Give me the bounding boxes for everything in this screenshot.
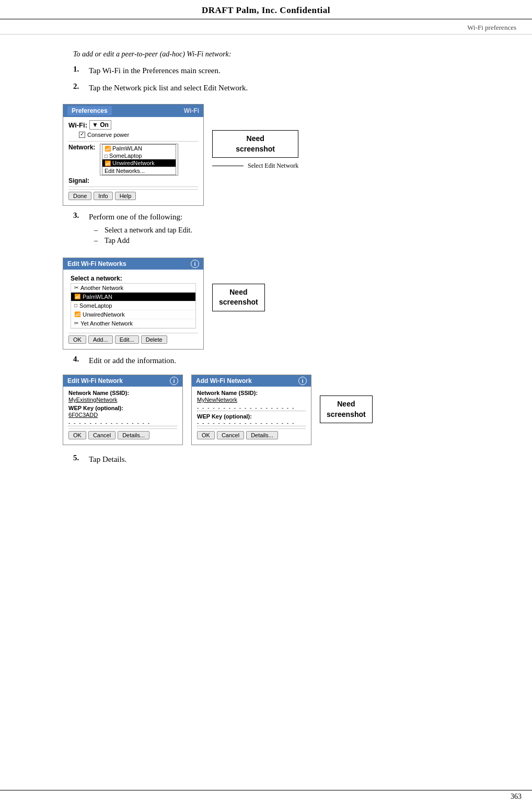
info-circle-2[interactable]: i [191,260,199,268]
sub-item-2-text: Tap Add [105,237,130,245]
need-screenshot-2: Needscreenshot [212,284,265,311]
screen1-bottom-buttons: Done Info Help [68,189,198,202]
ssid-label-3b: Network Name (SSID): [197,390,306,396]
screen2-titlebar-text: Edit Wi-Fi Networks [67,260,126,267]
divider-2 [68,187,198,187]
net-item-somelaptop[interactable]: □ SomeLaptop [71,301,195,310]
wifi-dropdown[interactable]: ▼ On [89,120,111,130]
screen3b-titlebar: Add Wi-Fi Network i [192,375,311,387]
step-4-num: 4. [73,355,89,364]
main-content: To add or edit a peer-to-peer (ad-hoc) W… [0,40,532,486]
device-screen-3b: Add Wi-Fi Network i Network Name (SSID):… [191,375,311,445]
wep-label-3a: WEP Key (optional): [68,405,177,411]
step-5-text: Tap Details. [89,453,126,465]
ssid-value-3b[interactable]: MyNewNetwork [197,397,306,403]
annotation-text-1: Select Edit Network [248,162,298,170]
annotation-row-1: Select Edit Network [212,162,298,170]
signal-icon-3: 📶 [105,160,111,166]
details-button-3a[interactable]: Details... [118,431,149,439]
device-screen-3a: Edit Wi-Fi Network i Network Name (SSID)… [63,375,183,445]
net-icon-5: ✂ [74,320,78,326]
dropdown-item-palmwlan[interactable]: 📶 PalmWLAN [102,145,176,152]
net-item-another[interactable]: ✂ Another Network [71,284,195,293]
delete-button-2[interactable]: Delete [141,335,167,344]
cancel-button-3b[interactable]: Cancel [217,431,244,439]
step-2: 2. Tap the Network pick list and select … [73,82,490,94]
net-item-palmwlan[interactable]: 📶 PalmWLAN [71,293,195,301]
dropdown-item-unwiried[interactable]: 📶 UnwiredNetwork [102,159,176,167]
net-icon-4: 📶 [74,311,80,317]
dropdown-item-somelaptop[interactable]: □ SomeLaptop [102,152,176,159]
wifi-label: Wi-Fi: [68,121,87,129]
screen1-titlebar: Preferences Wi-Fi [63,104,203,117]
screenshot-area-2: Edit Wi-Fi Networks i Select a network: … [73,252,490,355]
sub-list: – Select a network and tap Edit. – Tap A… [94,226,192,245]
sub-item-2: – Tap Add [94,237,192,245]
dotted-ssid-3b: - - - - - - - - - - - - - - - - - - - [197,405,306,411]
cancel-button-3a[interactable]: Cancel [88,431,115,439]
section-title: To add or edit a peer-to-peer (ad-hoc) W… [73,50,490,59]
sub-dash-1: – [94,226,105,235]
step-1-num: 1. [73,65,89,74]
info-circle-3a[interactable]: i [170,377,178,385]
annotation-line [212,166,244,166]
done-button[interactable]: Done [68,192,91,200]
add-button-2[interactable]: Add... [88,335,113,344]
net-icon-3: □ [74,302,77,308]
step-4-text: Edit or add the information. [89,355,176,367]
screenshot-area-3: Edit Wi-Fi Network i Network Name (SSID)… [63,375,490,445]
wep-value-3a[interactable]: 6F0C3ADD [68,412,177,418]
info-circle-3b[interactable]: i [298,377,307,385]
annotation-wrapper-2: Needscreenshot [212,284,265,311]
annotation-wrapper-1: Needscreenshot Select Edit Network [212,130,298,170]
page-header: DRAFT Palm, Inc. Confidential [0,0,532,19]
dropdown-items: 📶 PalmWLAN □ SomeLaptop 📶 UnwiredNetwork [102,144,176,175]
net-item-yet-another[interactable]: ✂ Yet Another Network [71,319,195,328]
ssid-label-3a: Network Name (SSID): [68,390,177,396]
net-icon-1: ✂ [74,285,78,290]
details-button-3b[interactable]: Details... [246,431,278,439]
screen3b-bottom-buttons: OK Cancel Details... [197,428,306,441]
sub-item-1: – Select a network and tap Edit. [94,226,192,235]
divider-1 [68,141,198,142]
dropdown-item-edit[interactable]: Edit Networks... [102,167,176,174]
ok-button-2[interactable]: OK [68,335,86,344]
page-number: 363 [511,793,522,801]
annotation-wrapper-3: Needscreenshot [320,395,373,423]
sub-item-1-text: Select a network and tap Edit. [105,226,192,235]
need-screenshot-3: Needscreenshot [320,395,373,423]
step-5: 5. Tap Details. [73,453,490,465]
header-title: DRAFT Palm, Inc. Confidential [202,5,330,15]
net-item-unwired[interactable]: 📶 UnwiredNetwork [71,310,195,319]
screen2-body: Select a network: ✂ Another Network 📶 Pa… [63,270,203,349]
signal-row: Signal: [68,177,198,184]
dotted-wep-3b: - - - - - - - - - - - - - - - - - - - [197,420,306,426]
network-list: ✂ Another Network 📶 PalmWLAN □ SomeLapto… [71,283,196,329]
ok-button-3b[interactable]: OK [197,431,215,439]
info-button[interactable]: Info [94,192,112,200]
conserve-row: Conserve power [79,132,198,138]
help-button[interactable]: Help [115,192,136,200]
step-4: 4. Edit or add the information. [73,355,490,367]
screen1-titlebar-right: Wi-Fi [184,107,199,114]
signal-icon-2: □ [105,153,108,159]
ssid-value-3a[interactable]: MyExistingNetwork [68,397,177,403]
ok-button-3a[interactable]: OK [68,431,86,439]
wifi-row: Wi-Fi: ▼ On [68,120,198,130]
edit-button-2[interactable]: Edit... [115,335,139,344]
step-1-text: Tap Wi-Fi in the Preferences main screen… [89,65,221,77]
conserve-label: Conserve power [87,132,129,138]
dotted-line-3a: - - - - - - - - - - - - - - - - [68,420,177,426]
signal-icon-1: 📶 [105,146,111,152]
screen2-titlebar: Edit Wi-Fi Networks i [63,258,203,270]
network-dropdown[interactable]: 📶 PalmWLAN □ SomeLaptop 📶 UnwiredNetwork [100,144,178,176]
network-label: Network: [68,144,100,176]
step-2-text: Tap the Network pick list and select Edi… [89,82,248,94]
screenshot-area-1: Preferences Wi-Fi Wi-Fi: ▼ On Conserve p… [73,99,490,211]
step-3: 3. Perform one of the following: – Selec… [73,211,490,247]
screen3a-titlebar-text: Edit Wi-Fi Network [67,377,123,385]
screen3a-bottom-buttons: OK Cancel Details... [68,428,177,441]
section-label: Wi-Fi preferences [0,19,532,34]
conserve-checkbox[interactable] [79,132,85,138]
wep-label-3b: WEP Key (optional): [197,413,306,420]
